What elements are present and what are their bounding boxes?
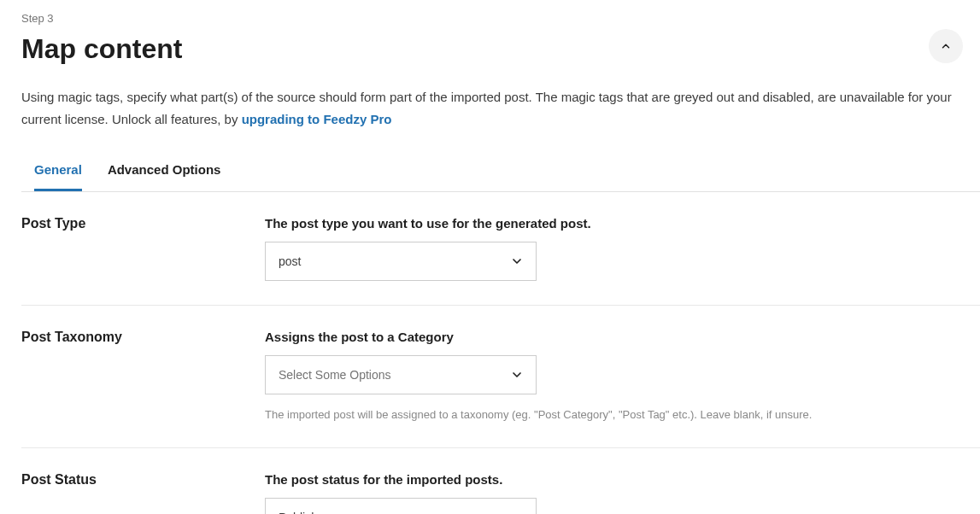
field-desc-post-taxonomy: Assigns the post to a Category	[265, 330, 980, 344]
field-label-post-type: Post Type	[21, 216, 265, 281]
field-row-post-taxonomy: Post Taxonomy Assigns the post to a Cate…	[21, 306, 980, 448]
field-desc-post-type: The post type you want to use for the ge…	[265, 216, 980, 231]
field-label-post-taxonomy: Post Taxonomy	[21, 330, 265, 423]
chevron-up-icon	[940, 40, 952, 52]
field-label-post-status: Post Status	[21, 472, 265, 515]
field-row-post-type: Post Type The post type you want to use …	[21, 192, 980, 306]
tab-advanced-options[interactable]: Advanced Options	[108, 155, 221, 191]
field-help-post-taxonomy: The imported post will be assigned to a …	[265, 406, 980, 423]
field-row-post-status: Post Status The post status for the impo…	[21, 448, 980, 515]
post-status-select[interactable]: Publish	[265, 498, 537, 515]
chevron-down-icon	[510, 511, 524, 515]
post-type-select[interactable]: post	[265, 242, 537, 281]
chevron-down-icon	[510, 254, 524, 268]
field-desc-post-status: The post status for the imported posts.	[265, 472, 980, 487]
upgrade-link[interactable]: upgrading to Feedzy Pro	[242, 112, 392, 126]
step-label: Step 3	[21, 12, 980, 25]
collapse-button[interactable]	[929, 29, 963, 63]
tabs: General Advanced Options	[21, 155, 980, 192]
intro-text: Using magic tags, specify what part(s) o…	[21, 86, 980, 130]
page-title: Map content	[21, 33, 182, 65]
tab-general[interactable]: General	[34, 155, 82, 191]
post-taxonomy-select[interactable]: Select Some Options	[265, 355, 537, 394]
chevron-down-icon	[510, 368, 524, 382]
